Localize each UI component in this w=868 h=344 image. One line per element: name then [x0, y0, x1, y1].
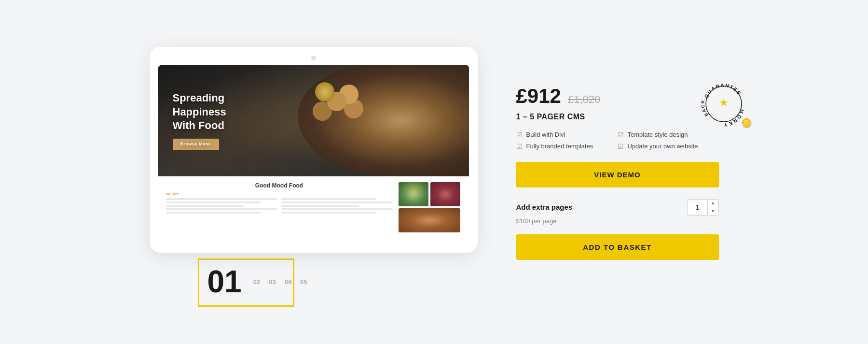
text-line	[281, 205, 359, 207]
hero-btn: Browse Menu	[173, 139, 219, 150]
page-dot-4[interactable]: 04	[285, 278, 291, 286]
active-page-number[interactable]: 01	[207, 266, 242, 297]
laptop-screen: Spreading Happiness With Food Browse Men…	[158, 65, 469, 238]
feature-item-3: ☑ Fully branded templates	[516, 143, 618, 150]
feature-label-1: Build with Divi	[526, 131, 565, 138]
feature-label-3: Fully branded templates	[526, 143, 593, 150]
features-grid: ☑ Build with Divi ☑ Template style desig…	[516, 131, 719, 150]
check-icon-2: ☑	[618, 131, 624, 139]
check-icon-1: ☑	[516, 131, 523, 139]
preview-hero-text: Spreading Happiness With Food Browse Men…	[158, 91, 241, 150]
extra-pages-row: Add extra pages 1 ▲ ▼	[516, 199, 719, 215]
laptop-camera	[311, 56, 316, 60]
add-to-basket-button[interactable]: ADD TO BASKET	[516, 234, 719, 260]
view-demo-button[interactable]: VIEW DEMO	[516, 162, 719, 187]
pagination-bar: 01 02 03 04 05	[150, 258, 478, 297]
text-line	[281, 208, 393, 210]
page-dot-2[interactable]: 02	[253, 278, 260, 286]
food-image-3	[399, 208, 460, 232]
preview-brand-name: Good Mood Food	[166, 182, 393, 189]
text-line	[166, 212, 261, 214]
text-line	[281, 198, 376, 200]
text-line	[166, 201, 261, 203]
quantity-up-button[interactable]: ▲	[708, 200, 718, 207]
coin-icon: 🪙	[740, 116, 752, 129]
feature-item-2: ☑ Template style design	[618, 131, 719, 139]
page-dot-5[interactable]: 05	[300, 278, 307, 286]
quantity-arrows: ▲ ▼	[707, 200, 718, 215]
quantity-value: 1	[688, 201, 707, 214]
price-row: £912 £1,020	[516, 85, 719, 108]
feature-item-1: ☑ Build with Divi	[516, 131, 618, 139]
preview-left-content: Good Mood Food We Are	[166, 182, 393, 215]
preview-images-grid	[399, 182, 461, 232]
preview-hero: Spreading Happiness With Food Browse Men…	[158, 65, 469, 176]
content-wrapper: Spreading Happiness With Food Browse Men…	[96, 47, 772, 297]
product-name: 1 – 5 PAGER CMS	[516, 113, 719, 121]
check-icon-3: ☑	[516, 143, 523, 150]
preview-img-row	[399, 182, 461, 206]
svg-text:★: ★	[719, 97, 729, 109]
text-line	[166, 208, 277, 210]
hero-line-1: Spreading	[173, 91, 226, 105]
extra-pages-label: Add extra pages	[516, 203, 573, 211]
page-dot-3[interactable]: 03	[269, 278, 276, 286]
quantity-down-button[interactable]: ▼	[708, 207, 718, 215]
text-line	[281, 212, 376, 214]
quantity-control[interactable]: 1 ▲ ▼	[688, 199, 719, 215]
page: Spreading Happiness With Food Browse Men…	[0, 0, 868, 344]
food-image-1	[399, 182, 428, 206]
preview-text-lines	[166, 198, 393, 215]
preview-img-row	[399, 208, 461, 232]
text-line	[166, 205, 244, 207]
product-section: GUARANTEE MONEY BACK ★ 🪙 £912 £1,020	[516, 85, 719, 260]
hero-line-3: With Food	[173, 119, 226, 133]
text-line	[166, 198, 277, 200]
website-preview: Spreading Happiness With Food Browse Men…	[158, 65, 469, 238]
preview-bottom: Good Mood Food We Are	[158, 176, 469, 238]
check-icon-4: ☑	[618, 143, 624, 150]
guarantee-badge: GUARANTEE MONEY BACK ★ 🪙	[700, 80, 748, 128]
preview-we-are: We Are	[166, 192, 393, 196]
feature-item-4: ☑ Update your own website	[618, 143, 719, 150]
feature-label-2: Template style design	[628, 131, 688, 138]
hero-line-2: Happiness	[173, 105, 226, 119]
food-image-2	[430, 182, 460, 206]
price-original: £1,020	[568, 93, 600, 106]
svg-text:BACK: BACK	[700, 99, 709, 117]
price-per-page: $100 per page	[516, 217, 719, 225]
feature-label-4: Update your own website	[628, 143, 698, 150]
device-section: Spreading Happiness With Food Browse Men…	[150, 47, 478, 297]
text-line	[281, 201, 393, 203]
laptop-frame: Spreading Happiness With Food Browse Men…	[150, 47, 478, 253]
inactive-page-numbers: 02 03 04 05	[253, 278, 307, 286]
price-current: £912	[516, 85, 561, 108]
